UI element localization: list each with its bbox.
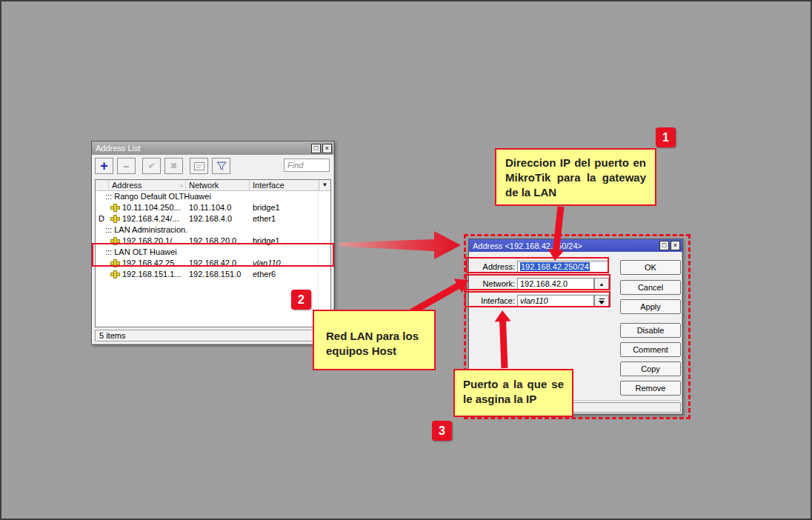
callout-lan-network: Red LAN para los equipos Host xyxy=(313,310,436,370)
interface-field-value: vlan110 xyxy=(520,296,548,305)
step-badge-2: 2 xyxy=(291,290,311,310)
comment-row[interactable]: ::: LAN OLT Huawei xyxy=(96,247,330,258)
row-interface-text: bridge1 xyxy=(250,202,330,213)
row-network-text: 192.168.42.0 xyxy=(186,258,250,269)
plus-icon: + xyxy=(100,159,108,174)
arrow-up-icon: ▲ xyxy=(599,281,605,287)
dialog-title: Address <192.168.42.250/24> xyxy=(473,241,582,250)
disable-button[interactable]: ✖ xyxy=(164,158,183,174)
callout-lan-network-text: Red LAN para los equipos Host xyxy=(326,330,419,357)
row-network-text: 192.168.4.0 xyxy=(186,213,250,224)
address-dialog-titlebar[interactable]: Address <192.168.42.250/24> □ × xyxy=(469,239,682,252)
sort-asc-icon: ▵ xyxy=(180,182,183,188)
row-interface-text: bridge1 xyxy=(250,236,330,247)
ip-address-icon xyxy=(111,260,119,267)
comment-text: ::: LAN Administracion. xyxy=(105,224,187,236)
ip-address-icon xyxy=(111,271,119,278)
row-address-cell: 10.11.104.250... xyxy=(109,202,186,213)
ip-address-icon xyxy=(111,216,119,222)
table-header: Address ▵ Network Interface ▼ xyxy=(96,180,330,191)
maximize-icon[interactable]: □ xyxy=(311,144,321,153)
comment-row[interactable]: ::: Rango Default OLTHuawei xyxy=(96,191,330,202)
callout-gateway-ip-text: Direccion IP del puerto en MikroTik para… xyxy=(505,156,646,199)
address-list-window: Address List □ × + − ✔ ✖ xyxy=(91,141,335,345)
window-title: Address List xyxy=(96,144,141,153)
find-input[interactable] xyxy=(284,159,330,172)
copy-button[interactable]: Copy xyxy=(620,361,681,376)
row-network-text: 192.168.20.0 xyxy=(186,236,250,247)
address-row[interactable]: D192.168.4.24/...192.168.4.0ether1 xyxy=(96,213,330,224)
row-address-cell: 192.168.42.25... xyxy=(109,258,186,269)
row-address-cell: 192.168.151.1... xyxy=(109,269,186,280)
close-icon[interactable]: × xyxy=(322,144,332,153)
step-badge-3: 3 xyxy=(432,421,452,441)
apply-button[interactable]: Apply xyxy=(620,299,681,314)
network-field[interactable]: 192.168.42.0 xyxy=(517,278,594,290)
filter-icon xyxy=(216,161,227,170)
filter-button[interactable] xyxy=(212,158,230,174)
row-address-text: 192.168.4.24/... xyxy=(122,213,179,224)
comment-text: ::: LAN OLT Huawei xyxy=(105,247,177,258)
cancel-button[interactable]: Cancel xyxy=(620,280,681,295)
interface-field-label: Interface: xyxy=(472,296,515,305)
interface-field[interactable]: vlan110 xyxy=(517,295,594,307)
status-bar: 5 items xyxy=(95,330,331,341)
minus-icon: − xyxy=(123,160,130,173)
row-address-cell: 192.168.20.1/... xyxy=(109,236,186,247)
row-address-text: 10.11.104.250... xyxy=(122,202,181,213)
row-interface-text: vlan110 xyxy=(250,258,330,269)
comment-button[interactable] xyxy=(190,158,208,174)
callout-gateway-ip: Direccion IP del puerto en MikroTik para… xyxy=(495,148,656,206)
row-address-text: 192.168.151.1... xyxy=(122,269,182,280)
row-address-text: 192.168.20.1/... xyxy=(122,236,179,247)
network-collapse-button[interactable]: ▲ xyxy=(594,278,609,290)
row-network-text: 10.11.104.0 xyxy=(186,202,250,213)
ip-address-icon xyxy=(111,204,119,211)
interface-column-label: Interface xyxy=(253,181,284,190)
address-field-label: Address: xyxy=(472,262,515,271)
flag-column-header[interactable] xyxy=(96,180,109,190)
add-button[interactable]: + xyxy=(95,158,113,174)
address-column-label: Address xyxy=(112,180,142,190)
maximize-icon[interactable]: □ xyxy=(659,241,669,250)
row-network-text: 192.168.151.0 xyxy=(186,269,250,280)
comment-text: ::: Rango Default OLTHuawei xyxy=(105,191,211,202)
address-field[interactable]: 192.168.42.250/24 xyxy=(517,261,609,273)
address-list-titlebar[interactable]: Address List □ × xyxy=(92,141,334,155)
comment-button[interactable]: Comment xyxy=(620,342,681,357)
comment-icon xyxy=(194,162,204,170)
enable-button[interactable]: ✔ xyxy=(142,158,161,174)
close-icon[interactable]: × xyxy=(670,241,680,250)
address-row[interactable]: 192.168.20.1/...192.168.20.0bridge1 xyxy=(96,236,330,247)
address-list-toolbar: + − ✔ ✖ xyxy=(92,155,334,177)
address-row[interactable]: 192.168.42.25...192.168.42.0vlan110 xyxy=(96,258,330,269)
remove-button[interactable]: − xyxy=(117,158,136,174)
address-field-value: 192.168.42.250/24 xyxy=(520,262,590,271)
comment-row[interactable]: ::: LAN Administracion. xyxy=(96,224,330,236)
table-rows: ::: Rango Default OLTHuawei10.11.104.250… xyxy=(96,191,330,280)
callout-interface-port: Puerto a la que se le asgina la IP xyxy=(453,369,573,417)
interface-dropdown-button[interactable] xyxy=(594,295,609,307)
row-interface-text: ether1 xyxy=(250,213,330,224)
ip-address-icon xyxy=(111,238,119,244)
address-row[interactable]: 10.11.104.250...10.11.104.0bridge1 xyxy=(96,202,330,213)
row-address-text: 192.168.42.25... xyxy=(122,258,182,269)
network-column-label: Network xyxy=(189,181,219,190)
step-badge-1: 1 xyxy=(656,127,676,147)
ok-button[interactable]: OK xyxy=(620,260,681,275)
dropdown-icon xyxy=(599,299,605,304)
address-row[interactable]: 192.168.151.1...192.168.151.0ether6 xyxy=(96,269,330,280)
arrow-list-to-dialog xyxy=(339,231,461,259)
row-interface-text: ether6 xyxy=(250,269,330,280)
network-field-value: 192.168.42.0 xyxy=(520,279,568,288)
row-address-cell: 192.168.4.24/... xyxy=(109,213,186,224)
address-column-header[interactable]: Address ▵ xyxy=(109,180,186,190)
column-select-button[interactable]: ▼ xyxy=(319,180,330,190)
remove-button[interactable]: Remove xyxy=(620,381,681,396)
disable-button[interactable]: Disable xyxy=(620,323,681,338)
network-column-header[interactable]: Network xyxy=(186,180,250,190)
row-flag: D xyxy=(96,213,109,224)
callout-interface-port-text: Puerto a la que se le asgina la IP xyxy=(463,378,564,405)
chevron-down-icon: ▼ xyxy=(322,181,328,188)
cross-icon: ✖ xyxy=(170,161,177,171)
